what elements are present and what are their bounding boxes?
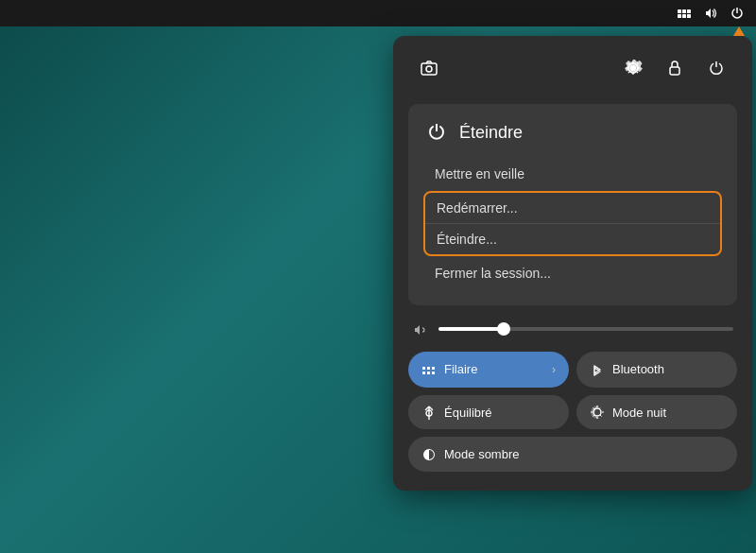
svg-rect-16 — [432, 372, 435, 374]
mode-nuit-label: Mode nuit — [612, 406, 666, 420]
svg-rect-3 — [678, 14, 681, 18]
bluetooth-label: Bluetooth — [612, 362, 664, 376]
svg-rect-14 — [422, 372, 425, 374]
settings-button[interactable] — [616, 51, 650, 85]
svg-rect-11 — [422, 367, 425, 370]
filaire-icon — [421, 361, 437, 378]
svg-rect-0 — [678, 9, 681, 13]
svg-rect-6 — [421, 63, 437, 75]
screenshot-button[interactable] — [412, 51, 446, 85]
lock-button[interactable] — [658, 51, 692, 85]
quick-row-2: Équilibré Mode nuit — [408, 395, 737, 430]
filaire-label: Filaire — [444, 362, 477, 376]
topbar — [0, 0, 756, 26]
equilibre-icon — [421, 405, 437, 421]
svg-rect-5 — [687, 14, 691, 18]
equilibre-item[interactable]: Équilibré — [408, 395, 569, 430]
volume-thumb — [497, 322, 510, 336]
svg-rect-1 — [682, 9, 686, 13]
quick-toggles-row: Filaire › Bluetooth — [408, 352, 737, 388]
menu-top-icon-row — [408, 51, 737, 85]
network-topbar-icon[interactable] — [673, 2, 696, 25]
logout-item[interactable]: Fermer la session... — [423, 258, 722, 288]
svg-rect-10 — [670, 67, 679, 75]
svg-rect-12 — [427, 367, 430, 370]
svg-point-7 — [426, 66, 432, 72]
volume-row — [408, 320, 737, 338]
volume-fill — [438, 327, 504, 331]
power-title-label: Éteindre — [459, 123, 523, 143]
svg-rect-13 — [432, 367, 435, 370]
menu-right-icons — [616, 51, 733, 85]
svg-point-8 — [630, 65, 636, 71]
shutdown-item[interactable]: Éteindre... — [425, 224, 720, 254]
power-menu-button[interactable] — [699, 51, 733, 85]
restart-item[interactable]: Redémarrer... — [425, 193, 720, 224]
mode-nuit-item[interactable]: Mode nuit — [576, 395, 737, 430]
equilibre-label: Équilibré — [444, 406, 492, 420]
svg-rect-2 — [687, 9, 691, 13]
svg-rect-15 — [427, 372, 430, 374]
orange-arrow-indicator — [733, 26, 745, 36]
bluetooth-icon — [590, 361, 605, 378]
mode-sombre-item[interactable]: Mode sombre — [408, 437, 737, 472]
sleep-item[interactable]: Mettre en veille — [423, 159, 722, 189]
system-menu-panel: Éteindre Mettre en veille Redémarrer... … — [393, 36, 752, 491]
mode-sombre-label: Mode sombre — [444, 447, 519, 461]
filaire-arrow: › — [552, 363, 556, 376]
power-section-title: Éteindre — [423, 119, 722, 146]
power-section: Éteindre Mettre en veille Redémarrer... … — [408, 104, 737, 305]
bluetooth-toggle[interactable]: Bluetooth — [576, 352, 737, 388]
volume-slider[interactable] — [438, 327, 733, 331]
volume-icon — [412, 320, 429, 338]
power-topbar-icon[interactable] — [726, 2, 748, 25]
filaire-toggle[interactable]: Filaire › — [408, 352, 569, 388]
topbar-system-tray — [673, 2, 748, 25]
mode-sombre-icon — [421, 446, 437, 462]
power-title-icon — [423, 119, 450, 146]
mode-nuit-icon — [590, 405, 605, 421]
volume-topbar-icon[interactable] — [699, 2, 722, 25]
svg-rect-4 — [682, 14, 686, 18]
restart-shutdown-group: Redémarrer... Éteindre... — [423, 191, 722, 256]
